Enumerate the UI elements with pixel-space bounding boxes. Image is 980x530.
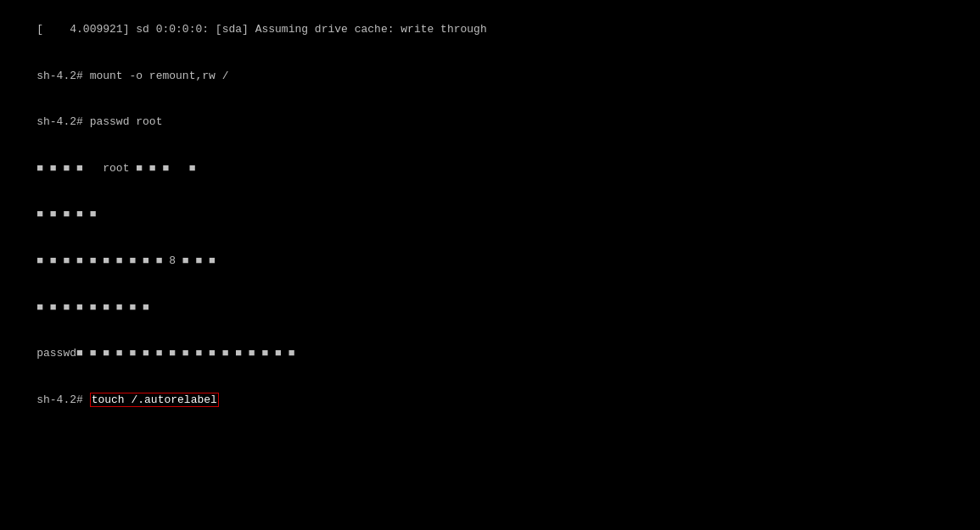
terminal-line-4: ■ ■ ■ ■ root ■ ■ ■ ■ [10, 146, 970, 192]
terminal-line-6: ■ ■ ■ ■ ■ ■ ■ ■ ■ ■ 8 ■ ■ ■ [10, 238, 970, 285]
terminal-line-3: sh-4.2# passwd root [10, 99, 970, 146]
prompt-9: sh-4.2# [36, 393, 89, 406]
terminal-line-9: sh-4.2# touch /.autorelabel [10, 377, 970, 424]
terminal-line-1: [ 4.009921] sd 0:0:0:0: [sda] Assuming d… [10, 7, 970, 53]
terminal-window: [ 4.009921] sd 0:0:0:0: [sda] Assuming d… [0, 0, 980, 530]
terminal-line-8: passwd■ ■ ■ ■ ■ ■ ■ ■ ■ ■ ■ ■ ■ ■ ■ ■ ■ [10, 331, 970, 377]
highlighted-command[interactable]: touch /.autorelabel [90, 393, 219, 407]
output-7: ■ ■ ■ ■ ■ ■ ■ ■ ■ [36, 301, 149, 314]
terminal-line-2: sh-4.2# mount -o remount,rw / [10, 53, 970, 100]
output-5: ■ ■ ■ ■ ■ [36, 208, 96, 220]
terminal-line-7: ■ ■ ■ ■ ■ ■ ■ ■ ■ [10, 284, 970, 331]
command-2: mount -o remount,rw / [90, 70, 229, 82]
output-8: passwd■ ■ ■ ■ ■ ■ ■ ■ ■ ■ ■ ■ ■ ■ ■ ■ ■ [36, 347, 294, 360]
output-4: ■ ■ ■ ■ root ■ ■ ■ ■ [36, 162, 195, 175]
terminal-line-5: ■ ■ ■ ■ ■ [10, 192, 970, 238]
prompt-3: sh-4.2# [36, 115, 89, 128]
system-message: [ 4.009921] sd 0:0:0:0: [sda] Assuming d… [36, 23, 487, 36]
command-3: passwd root [90, 115, 163, 128]
prompt-2: sh-4.2# [36, 70, 89, 82]
output-6: ■ ■ ■ ■ ■ ■ ■ ■ ■ ■ 8 ■ ■ ■ [36, 254, 216, 267]
